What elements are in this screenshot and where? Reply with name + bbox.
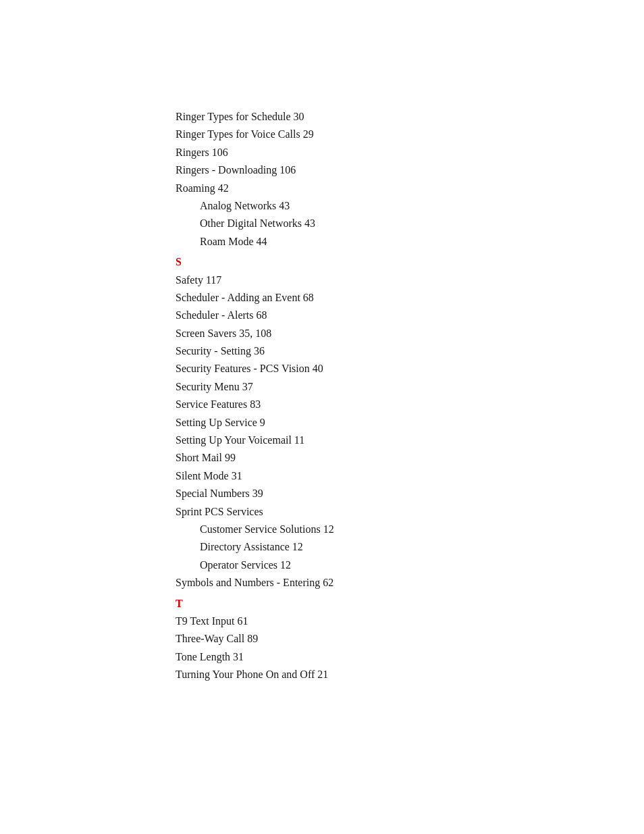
index-subentry: Analog Networks 43 [176,197,644,215]
index-entry: Sprint PCS Services [176,503,644,521]
index-entry: Short Mail 99 [176,449,644,467]
index-entry: Security Menu 37 [176,378,644,396]
index-entry: Silent Mode 31 [176,467,644,485]
index-entry: Ringers - Downloading 106 [176,161,644,179]
index-entry: Safety 117 [176,271,644,289]
index-entry: Setting Up Service 9 [176,414,644,432]
section-letter-heading: S [176,253,644,271]
index-entry: Tone Length 31 [176,648,644,666]
index-entry: Security Features - PCS Vision 40 [176,360,644,377]
index-entry: Roaming 42 [176,180,644,197]
index-entry: Special Numbers 39 [176,485,644,502]
index-entry: Service Features 83 [176,396,644,413]
index-subentry: Customer Service Solutions 12 [176,521,644,538]
index-subentry: Directory Assistance 12 [176,538,644,556]
index-entry: Security - Setting 36 [176,342,644,360]
index-entry: Turning Your Phone On and Off 21 [176,666,644,683]
index-entry: Screen Savers 35, 108 [176,325,644,342]
index-subentry: Roam Mode 44 [176,233,644,251]
index-entry: Ringer Types for Voice Calls 29 [176,126,644,143]
section-letter-heading: T [176,595,644,613]
index-entry: Scheduler - Adding an Event 68 [176,289,644,307]
index-subentry: Other Digital Networks 43 [176,215,644,232]
index-entry: T9 Text Input 61 [176,613,644,630]
index-entry: Ringer Types for Schedule 30 [176,108,644,126]
index-entry: Three-Way Call 89 [176,630,644,648]
index-entry: Symbols and Numbers - Entering 62 [176,574,644,592]
index-subentry: Operator Services 12 [176,556,644,574]
index-entries: Ringer Types for Schedule 30Ringer Types… [176,108,644,684]
page-content: Ringer Types for Schedule 30Ringer Types… [0,0,644,765]
index-entry: Setting Up Your Voicemail 11 [176,432,644,449]
index-entry: Ringers 106 [176,144,644,161]
index-entry: Scheduler - Alerts 68 [176,307,644,324]
